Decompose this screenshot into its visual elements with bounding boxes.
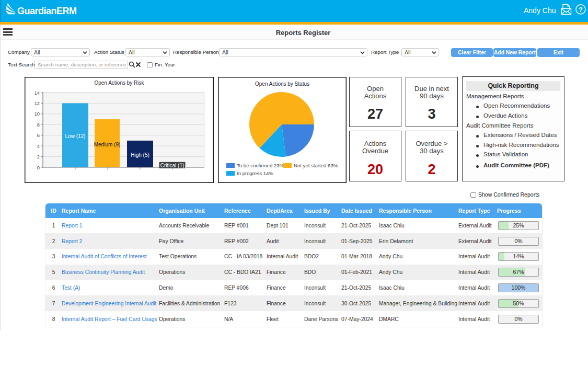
svg-text:14: 14 <box>34 90 40 96</box>
svg-text:Open Actions by Status: Open Actions by Status <box>255 81 309 87</box>
svg-text:2: 2 <box>37 154 40 159</box>
svg-text:10: 10 <box>34 111 40 117</box>
svg-text:12: 12 <box>34 101 40 106</box>
svg-text:Medium (9): Medium (9) <box>94 142 121 147</box>
svg-text:Open Actions by Risk: Open Actions by Risk <box>94 80 144 86</box>
svg-text:In progress 14%: In progress 14% <box>237 170 273 176</box>
svg-text:8: 8 <box>37 122 40 128</box>
svg-text:6: 6 <box>37 133 40 138</box>
svg-text:High (5): High (5) <box>131 152 149 158</box>
svg-text:To be confirmed 23%: To be confirmed 23% <box>237 163 284 168</box>
svg-text:Critical (1): Critical (1) <box>160 163 185 168</box>
svg-text:Low (12): Low (12) <box>65 133 86 139</box>
svg-text:Not yet started 63%: Not yet started 63% <box>294 163 338 168</box>
svg-text:4: 4 <box>37 144 40 149</box>
svg-text:0: 0 <box>37 165 40 170</box>
svg-text:?: ? <box>579 5 583 13</box>
